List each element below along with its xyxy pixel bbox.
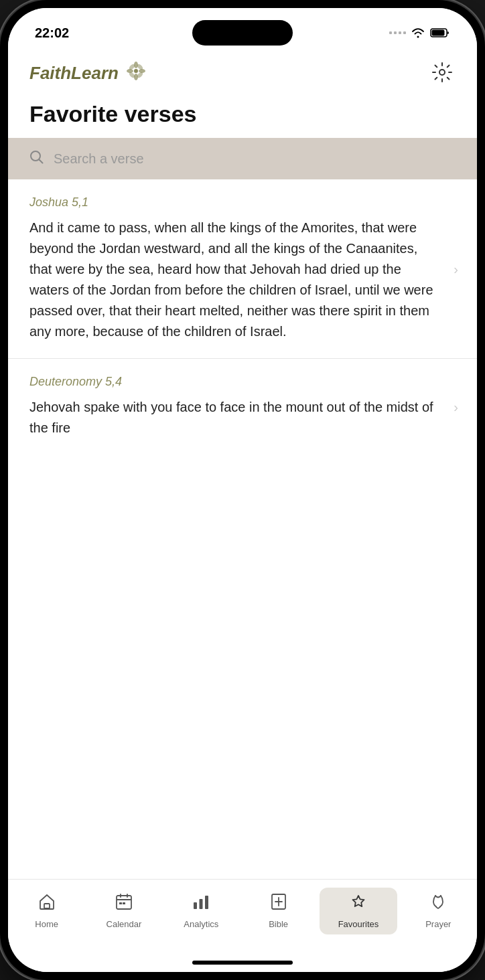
bible-icon [270,893,287,915]
verse-text: And it came to pass, when all the kings … [29,218,456,342]
verse-text: Jehovah spake with you face to face in t… [29,397,456,438]
nav-label-analytics: Analytics [184,919,218,929]
dynamic-island [192,20,293,46]
nav-label-home: Home [35,919,58,929]
nav-label-favourites: Favourites [338,919,379,929]
calendar-icon [115,893,133,915]
bottom-nav: Home Calendar [8,879,477,953]
analytics-icon [192,893,210,915]
nav-label-bible: Bible [269,919,288,929]
chevron-right-icon: › [454,261,458,276]
nav-item-calendar[interactable]: Calendar [85,888,162,934]
svg-rect-19 [205,896,208,909]
nav-label-calendar: Calendar [107,919,142,929]
status-icons [389,27,450,38]
app-logo: FaithLearn [29,60,147,86]
status-time: 22:02 [35,25,69,41]
home-icon [38,893,56,915]
app-header: FaithLearn [8,46,477,96]
chevron-right-icon: › [454,399,458,414]
app-logo-text: FaithLearn [29,63,119,84]
svg-rect-17 [194,902,197,909]
nav-item-bible[interactable]: Bible [240,888,317,934]
app-content: FaithLearn [8,46,477,972]
nav-label-prayer: Prayer [425,919,451,929]
phone-screen: 22:02 [8,8,477,972]
svg-rect-16 [123,902,125,904]
nav-item-favourites[interactable]: Favourites [320,888,397,934]
list-item[interactable]: Joshua 5,1 And it came to pass, when all… [8,179,477,359]
wifi-icon [411,27,425,38]
verse-reference: Deuteronomy 5,4 [29,375,456,389]
search-bar [8,138,477,179]
list-item[interactable]: Deuteronomy 5,4 Jehovah spake with you f… [8,359,477,455]
svg-point-2 [134,69,138,73]
svg-rect-1 [432,30,445,36]
svg-rect-15 [119,902,122,904]
signal-icon [389,31,406,34]
nav-item-home[interactable]: Home [8,888,85,934]
svg-point-11 [439,70,445,75]
home-indicator [8,953,477,972]
prayer-icon [429,893,447,915]
logo-flower-icon [125,60,147,86]
favourites-icon [350,893,367,915]
phone-frame: 22:02 [0,0,485,980]
search-icon [29,150,44,167]
nav-item-analytics[interactable]: Analytics [163,888,240,934]
svg-rect-18 [200,899,203,909]
svg-rect-13 [44,904,50,908]
settings-button[interactable] [429,59,456,88]
search-input[interactable] [54,151,456,167]
battery-icon [430,27,450,38]
verses-list: Joshua 5,1 And it came to pass, when all… [8,179,477,879]
verse-reference: Joshua 5,1 [29,195,456,210]
nav-item-prayer[interactable]: Prayer [400,888,477,934]
page-title: Favorite verses [29,101,456,127]
home-bar [192,961,293,965]
page-title-section: Favorite verses [8,96,477,138]
